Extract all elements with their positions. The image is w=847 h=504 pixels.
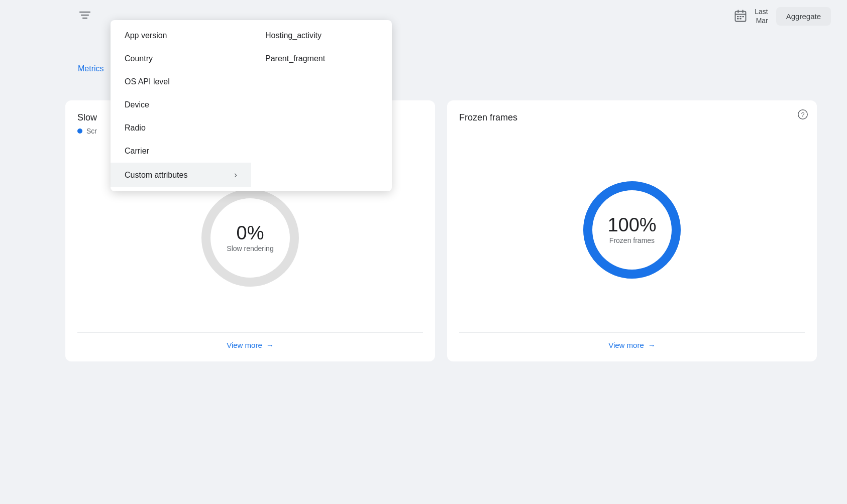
svg-rect-5	[740, 16, 742, 17]
dropdown-item-device[interactable]: Device	[111, 93, 251, 116]
filter-icon-wrap[interactable]	[78, 9, 92, 21]
dropdown-menu: App version Country OS API level Device …	[111, 20, 392, 191]
chart-area-frozen: 100% Frozen frames	[459, 127, 805, 332]
date-last: Last	[755, 7, 768, 16]
dropdown-item-country[interactable]: Country	[111, 47, 251, 70]
donut-label-slow: Slow rendering	[227, 244, 273, 253]
chevron-right-icon: ›	[234, 170, 237, 180]
arrow-right-icon: →	[266, 341, 274, 349]
frozen-frames-card: ? Frozen frames 100% Frozen frames	[447, 100, 817, 361]
donut-frozen: 100% Frozen frames	[577, 175, 687, 285]
dropdown-item-carrier[interactable]: Carrier	[111, 140, 251, 163]
date-range: Last Mar	[730, 6, 768, 26]
dropdown-col-right: Hosting_activity Parent_fragment	[251, 20, 392, 191]
donut-percent-frozen: 100%	[607, 215, 656, 234]
view-more-frozen[interactable]: View more →	[459, 332, 805, 349]
dropdown-item-radio[interactable]: Radio	[111, 116, 251, 140]
calendar-icon	[730, 6, 751, 26]
svg-rect-7	[737, 18, 739, 19]
dropdown-col-left: App version Country OS API level Device …	[111, 20, 251, 191]
donut-slow: 0% Slow rendering	[195, 183, 305, 293]
svg-rect-8	[740, 18, 742, 19]
dropdown-item-parent-fragment[interactable]: Parent_fragment	[251, 47, 392, 70]
date-month: Mar	[755, 16, 768, 25]
dot-icon	[77, 129, 82, 134]
view-more-slow[interactable]: View more →	[77, 332, 423, 349]
donut-label-frozen: Frozen frames	[607, 236, 656, 244]
dropdown-item-app-version[interactable]: App version	[111, 24, 251, 47]
metrics-label: Metrics	[78, 64, 104, 73]
card-title-frozen: Frozen frames	[459, 112, 805, 123]
arrow-right-icon-frozen: →	[648, 341, 656, 349]
aggregate-button[interactable]: Aggregate	[776, 7, 831, 26]
svg-rect-4	[737, 16, 739, 17]
filter-icon	[78, 9, 92, 21]
dropdown-item-custom-attributes[interactable]: Custom attributes ›	[111, 163, 251, 187]
dropdown-item-os-api-level[interactable]: OS API level	[111, 70, 251, 93]
svg-rect-6	[743, 16, 745, 17]
donut-percent-slow: 0%	[227, 223, 273, 242]
dropdown-item-hosting-activity[interactable]: Hosting_activity	[251, 24, 392, 47]
